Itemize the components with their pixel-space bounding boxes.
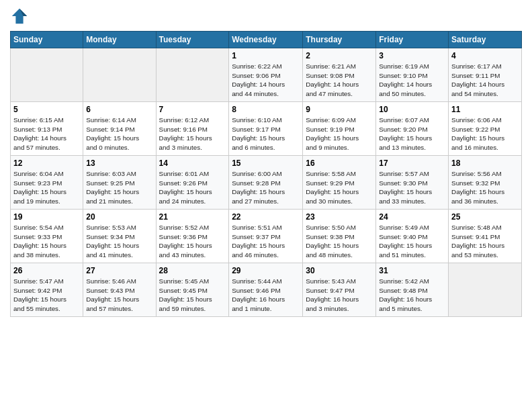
day-cell: 29Sunrise: 5:44 AM Sunset: 9:46 PM Dayli…	[229, 263, 303, 317]
day-number: 1	[232, 51, 300, 60]
day-info: Sunrise: 5:52 AM Sunset: 9:36 PM Dayligh…	[159, 223, 226, 260]
day-number: 30	[306, 266, 373, 275]
day-cell: 22Sunrise: 5:51 AM Sunset: 9:37 PM Dayli…	[229, 210, 303, 263]
day-cell	[156, 48, 229, 102]
day-number: 11	[451, 105, 519, 114]
day-info: Sunrise: 6:12 AM Sunset: 9:16 PM Dayligh…	[159, 116, 226, 152]
day-cell: 5Sunrise: 6:15 AM Sunset: 9:13 PM Daylig…	[11, 102, 83, 156]
day-cell	[11, 48, 83, 102]
day-number: 29	[232, 266, 300, 275]
day-number: 12	[13, 158, 80, 168]
day-cell: 6Sunrise: 6:14 AM Sunset: 9:14 PM Daylig…	[83, 102, 156, 156]
day-cell: 21Sunrise: 5:52 AM Sunset: 9:36 PM Dayli…	[156, 210, 229, 263]
day-info: Sunrise: 6:21 AM Sunset: 9:08 PM Dayligh…	[306, 62, 373, 99]
logo-icon	[10, 7, 29, 26]
day-cell: 31Sunrise: 5:42 AM Sunset: 9:48 PM Dayli…	[376, 263, 449, 317]
day-cell: 15Sunrise: 6:00 AM Sunset: 9:28 PM Dayli…	[229, 156, 303, 210]
week-row-3: 12Sunrise: 6:04 AM Sunset: 9:23 PM Dayli…	[11, 156, 522, 210]
day-cell: 13Sunrise: 6:03 AM Sunset: 9:25 PM Dayli…	[83, 156, 156, 210]
day-cell: 4Sunrise: 6:17 AM Sunset: 9:11 PM Daylig…	[449, 48, 522, 102]
day-number: 17	[379, 158, 445, 168]
day-cell: 12Sunrise: 6:04 AM Sunset: 9:23 PM Dayli…	[11, 156, 83, 210]
day-number: 13	[86, 158, 152, 168]
day-cell: 27Sunrise: 5:46 AM Sunset: 9:43 PM Dayli…	[83, 263, 156, 317]
day-info: Sunrise: 5:53 AM Sunset: 9:34 PM Dayligh…	[86, 223, 152, 260]
day-cell: 3Sunrise: 6:19 AM Sunset: 9:10 PM Daylig…	[376, 48, 449, 102]
day-cell: 7Sunrise: 6:12 AM Sunset: 9:16 PM Daylig…	[156, 102, 229, 156]
day-number: 5	[13, 105, 80, 114]
day-info: Sunrise: 6:14 AM Sunset: 9:14 PM Dayligh…	[86, 116, 152, 152]
day-number: 6	[86, 105, 152, 114]
day-info: Sunrise: 5:48 AM Sunset: 9:41 PM Dayligh…	[451, 223, 519, 260]
column-header-sunday: Sunday	[11, 32, 83, 48]
day-cell: 30Sunrise: 5:43 AM Sunset: 9:47 PM Dayli…	[303, 263, 376, 317]
day-number: 10	[379, 105, 445, 114]
day-number: 20	[86, 212, 152, 222]
day-number: 19	[13, 212, 80, 222]
day-cell: 17Sunrise: 5:57 AM Sunset: 9:30 PM Dayli…	[376, 156, 449, 210]
day-cell: 14Sunrise: 6:01 AM Sunset: 9:26 PM Dayli…	[156, 156, 229, 210]
day-number: 23	[306, 212, 373, 222]
day-info: Sunrise: 6:04 AM Sunset: 9:23 PM Dayligh…	[13, 169, 80, 206]
day-info: Sunrise: 5:49 AM Sunset: 9:40 PM Dayligh…	[379, 223, 445, 260]
day-number: 28	[159, 266, 226, 275]
day-info: Sunrise: 5:43 AM Sunset: 9:47 PM Dayligh…	[306, 277, 373, 314]
day-number: 14	[159, 158, 226, 168]
day-info: Sunrise: 5:44 AM Sunset: 9:46 PM Dayligh…	[232, 277, 300, 314]
day-number: 4	[451, 51, 519, 60]
day-cell: 20Sunrise: 5:53 AM Sunset: 9:34 PM Dayli…	[83, 210, 156, 263]
day-number: 27	[86, 266, 152, 275]
column-header-wednesday: Wednesday	[229, 32, 303, 48]
day-number: 8	[232, 105, 300, 114]
day-info: Sunrise: 6:10 AM Sunset: 9:17 PM Dayligh…	[232, 116, 300, 152]
day-cell	[449, 263, 522, 317]
day-cell: 23Sunrise: 5:50 AM Sunset: 9:38 PM Dayli…	[303, 210, 376, 263]
week-row-5: 26Sunrise: 5:47 AM Sunset: 9:42 PM Dayli…	[11, 263, 522, 317]
day-cell: 8Sunrise: 6:10 AM Sunset: 9:17 PM Daylig…	[229, 102, 303, 156]
day-info: Sunrise: 6:06 AM Sunset: 9:22 PM Dayligh…	[451, 116, 519, 152]
week-row-4: 19Sunrise: 5:54 AM Sunset: 9:33 PM Dayli…	[11, 210, 522, 263]
column-header-friday: Friday	[376, 32, 449, 48]
day-number: 25	[451, 212, 519, 222]
day-info: Sunrise: 5:42 AM Sunset: 9:48 PM Dayligh…	[379, 277, 445, 314]
day-info: Sunrise: 6:07 AM Sunset: 9:20 PM Dayligh…	[379, 116, 445, 152]
day-number: 26	[13, 266, 80, 275]
page-header	[10, 7, 522, 26]
day-info: Sunrise: 5:46 AM Sunset: 9:43 PM Dayligh…	[86, 277, 152, 314]
day-info: Sunrise: 6:01 AM Sunset: 9:26 PM Dayligh…	[159, 169, 226, 206]
day-info: Sunrise: 5:50 AM Sunset: 9:38 PM Dayligh…	[306, 223, 373, 260]
day-info: Sunrise: 5:57 AM Sunset: 9:30 PM Dayligh…	[379, 169, 445, 206]
day-cell: 25Sunrise: 5:48 AM Sunset: 9:41 PM Dayli…	[449, 210, 522, 263]
day-info: Sunrise: 6:00 AM Sunset: 9:28 PM Dayligh…	[232, 169, 300, 206]
day-number: 7	[159, 105, 226, 114]
column-header-thursday: Thursday	[303, 32, 376, 48]
day-info: Sunrise: 6:17 AM Sunset: 9:11 PM Dayligh…	[451, 62, 519, 99]
day-info: Sunrise: 5:51 AM Sunset: 9:37 PM Dayligh…	[232, 223, 300, 260]
header-row: SundayMondayTuesdayWednesdayThursdayFrid…	[11, 32, 522, 48]
day-number: 24	[379, 212, 445, 222]
week-row-2: 5Sunrise: 6:15 AM Sunset: 9:13 PM Daylig…	[11, 102, 522, 156]
day-number: 21	[159, 212, 226, 222]
day-number: 2	[306, 51, 373, 60]
day-number: 3	[379, 51, 445, 60]
day-cell: 19Sunrise: 5:54 AM Sunset: 9:33 PM Dayli…	[11, 210, 83, 263]
day-cell	[83, 48, 156, 102]
day-number: 15	[232, 158, 300, 168]
day-number: 22	[232, 212, 300, 222]
day-cell: 11Sunrise: 6:06 AM Sunset: 9:22 PM Dayli…	[449, 102, 522, 156]
logo	[10, 7, 32, 26]
day-number: 31	[379, 266, 445, 275]
column-header-monday: Monday	[83, 32, 156, 48]
calendar-table: SundayMondayTuesdayWednesdayThursdayFrid…	[10, 31, 522, 317]
column-header-saturday: Saturday	[449, 32, 522, 48]
day-number: 9	[306, 105, 373, 114]
day-cell: 9Sunrise: 6:09 AM Sunset: 9:19 PM Daylig…	[303, 102, 376, 156]
day-number: 16	[306, 158, 373, 168]
day-info: Sunrise: 6:22 AM Sunset: 9:06 PM Dayligh…	[232, 62, 300, 99]
calendar-header: SundayMondayTuesdayWednesdayThursdayFrid…	[11, 32, 522, 48]
day-info: Sunrise: 6:19 AM Sunset: 9:10 PM Dayligh…	[379, 62, 445, 99]
day-info: Sunrise: 5:47 AM Sunset: 9:42 PM Dayligh…	[13, 277, 80, 314]
week-row-1: 1Sunrise: 6:22 AM Sunset: 9:06 PM Daylig…	[11, 48, 522, 102]
page-container: SundayMondayTuesdayWednesdayThursdayFrid…	[0, 0, 532, 324]
day-info: Sunrise: 5:56 AM Sunset: 9:32 PM Dayligh…	[451, 169, 519, 206]
